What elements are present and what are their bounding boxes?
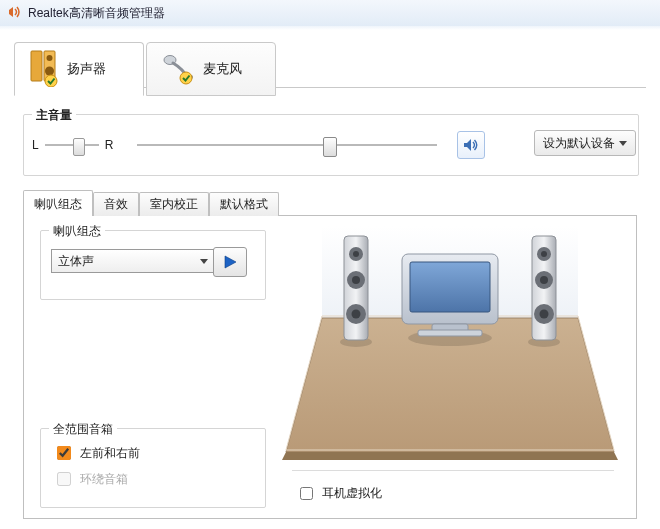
tab-microphone[interactable]: 麦克风: [146, 42, 276, 96]
svg-rect-31: [410, 262, 490, 312]
subtab-room-correction[interactable]: 室内校正: [139, 192, 209, 216]
speaker-config-value: 立体声: [58, 253, 94, 270]
speaker-config-select[interactable]: 立体声: [51, 249, 215, 273]
volume-slider[interactable]: [137, 136, 437, 154]
room-illustration: [282, 226, 618, 464]
svg-point-2: [47, 55, 53, 61]
svg-point-20: [352, 310, 361, 319]
subtab-effects-label: 音效: [104, 197, 128, 211]
left-speaker-icon: [340, 236, 372, 347]
subtab-default-format[interactable]: 默认格式: [209, 192, 279, 216]
balance-slider[interactable]: [45, 136, 99, 154]
speaker-config-group: 喇叭组态 立体声: [40, 230, 266, 300]
set-default-label: 设为默认设备: [543, 135, 615, 152]
svg-point-16: [353, 251, 359, 257]
sub-panel: 喇叭组态 立体声 全范围音箱 左前和右前: [23, 215, 637, 519]
chevron-down-icon: [619, 141, 627, 146]
checkbox-surround: 环绕音箱: [53, 469, 265, 489]
speaker-icon: [462, 136, 480, 154]
full-range-group: 全范围音箱 左前和右前 环绕音箱: [40, 428, 266, 508]
balance-right-label: R: [105, 138, 114, 152]
checkbox-headphone-virtualization[interactable]: 耳机虚拟化: [296, 484, 382, 503]
tab-speaker[interactable]: 扬声器: [14, 42, 144, 96]
checkbox-surround-label: 环绕音箱: [80, 471, 128, 488]
chevron-down-icon: [200, 259, 208, 264]
app-icon: [6, 4, 22, 23]
svg-marker-8: [225, 256, 236, 268]
svg-rect-33: [418, 330, 482, 336]
window-title: Realtek高清晰音频管理器: [28, 5, 165, 22]
speaker-device-icon: [29, 49, 59, 90]
set-default-device-button[interactable]: 设为默认设备: [534, 130, 636, 156]
svg-point-26: [540, 276, 548, 284]
checkbox-front-lr-label: 左前和右前: [80, 445, 140, 462]
svg-point-7: [180, 72, 192, 84]
svg-point-4: [45, 75, 57, 87]
device-tabs: 扬声器 麦克风: [14, 36, 278, 96]
speaker-config-legend: 喇叭组态: [49, 223, 105, 240]
test-play-button[interactable]: [213, 247, 247, 277]
right-speaker-icon: [528, 236, 560, 347]
checkbox-headphone-virtualization-label: 耳机虚拟化: [322, 485, 382, 502]
microphone-device-icon: [161, 51, 195, 88]
svg-point-24: [541, 251, 547, 257]
stage-separator: [292, 470, 614, 471]
sub-tabs: 喇叭组态 音效 室内校正 默认格式: [23, 192, 279, 216]
subtab-effects[interactable]: 音效: [93, 192, 139, 216]
main-volume-legend: 主音量: [32, 107, 76, 124]
checkbox-front-lr-input[interactable]: [57, 446, 71, 460]
subtab-room-label: 室内校正: [150, 197, 198, 211]
svg-marker-12: [282, 452, 618, 460]
checkbox-headphone-virtualization-input[interactable]: [300, 487, 313, 500]
titlebar: Realtek高清晰音频管理器: [0, 0, 660, 27]
tab-speaker-label: 扬声器: [67, 60, 106, 78]
tab-microphone-label: 麦克风: [203, 60, 242, 78]
checkbox-surround-input: [57, 472, 71, 486]
svg-rect-0: [31, 51, 42, 81]
play-icon: [222, 254, 238, 270]
svg-point-3: [45, 66, 54, 75]
subtab-default-format-label: 默认格式: [220, 197, 268, 211]
checkbox-front-lr[interactable]: 左前和右前: [53, 443, 265, 463]
subtab-speaker-config[interactable]: 喇叭组态: [23, 190, 93, 216]
svg-point-18: [352, 276, 360, 284]
svg-point-28: [540, 310, 549, 319]
subtab-speaker-config-label: 喇叭组态: [34, 197, 82, 211]
mute-button[interactable]: [457, 131, 485, 159]
full-range-legend: 全范围音箱: [49, 421, 117, 438]
balance-left-label: L: [32, 138, 39, 152]
